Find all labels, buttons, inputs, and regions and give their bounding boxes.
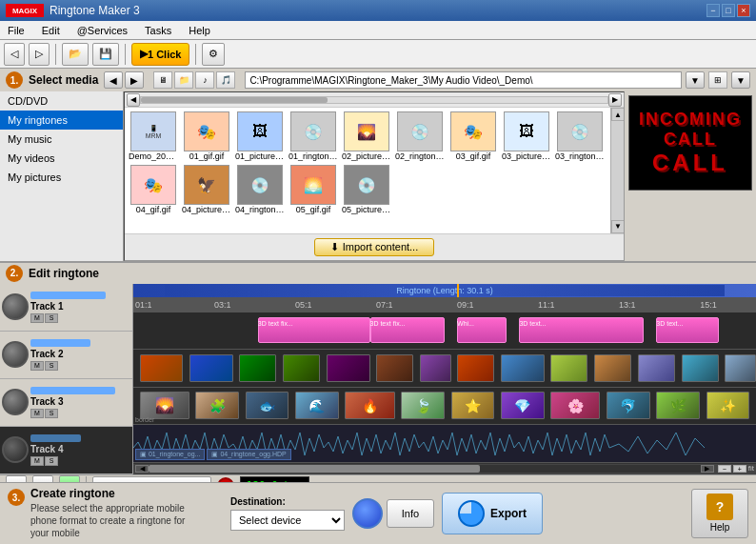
- track3-clip-1[interactable]: 🌄: [140, 392, 189, 419]
- browser-icon-button-1[interactable]: 🖥: [153, 71, 172, 89]
- import-button[interactable]: ⬇ Import content...: [314, 238, 434, 256]
- thumbnail-10[interactable]: 🦅 04_picture.jpg: [182, 165, 231, 214]
- track3-clip-11[interactable]: 🌿: [656, 392, 700, 419]
- destination-select[interactable]: Select device: [230, 510, 345, 531]
- track4-solo-button[interactable]: S: [45, 456, 58, 466]
- thumbnail-3[interactable]: 💿 01_ringtone.ogg: [288, 111, 338, 161]
- toolbar-save-button[interactable]: 💾: [92, 43, 119, 66]
- track1-solo-button[interactable]: S: [45, 313, 58, 323]
- track3-clip-12[interactable]: ✨: [706, 392, 750, 419]
- track1-clip-1[interactable]: [258, 317, 370, 343]
- thumb-scroll-left-button[interactable]: ◀: [127, 93, 140, 107]
- track3-clip-4[interactable]: 🌊: [295, 392, 339, 419]
- view-toggle-button[interactable]: ⊞: [708, 71, 727, 89]
- window-controls[interactable]: − □ ×: [706, 4, 750, 17]
- thumbnail-2[interactable]: 🖼 01_picture.jpg: [235, 111, 285, 161]
- timeline-scroll-right-button[interactable]: ▶: [701, 465, 714, 473]
- menu-services[interactable]: @Services: [73, 23, 131, 38]
- thumbnail-0[interactable]: 📱MRM Demo_2007.MRM: [129, 111, 178, 161]
- track3-clip-2[interactable]: 🧩: [195, 392, 239, 419]
- menu-help[interactable]: Help: [185, 23, 214, 38]
- track1-clip-2[interactable]: [370, 317, 445, 343]
- sidebar-mymusic[interactable]: My music: [0, 130, 123, 149]
- sidebar-myvideos[interactable]: My videos: [0, 149, 123, 168]
- track3-mute-button[interactable]: M: [30, 409, 44, 418]
- track2-clip-3[interactable]: [239, 354, 276, 382]
- track2-clip-2[interactable]: [189, 354, 233, 382]
- thumbnail-11[interactable]: 💿 04_ringtone.ogg: [235, 165, 285, 214]
- track1-clip-3[interactable]: [457, 317, 507, 343]
- sidebar-cddvd[interactable]: CD/DVD: [0, 91, 123, 111]
- info-button[interactable]: Info: [387, 499, 434, 528]
- track2-solo-button[interactable]: S: [45, 361, 58, 371]
- thumbnail-1[interactable]: 🎭 01_gif.gif: [182, 111, 231, 161]
- track2-clip-5[interactable]: [327, 354, 370, 382]
- scroll-up-button[interactable]: ▲: [611, 108, 624, 121]
- track3-clip-7[interactable]: ⭐: [451, 392, 495, 419]
- track3-clip-8[interactable]: 💎: [501, 392, 545, 419]
- path-dropdown-button[interactable]: ▼: [686, 71, 705, 89]
- track2-clip-14[interactable]: [725, 354, 756, 382]
- track3-clip-5[interactable]: 🔥: [345, 392, 394, 419]
- track4-mute-button[interactable]: M: [30, 456, 44, 466]
- zoom-out-button[interactable]: −: [718, 465, 731, 473]
- toolbar-forward-button[interactable]: ▷: [29, 43, 50, 66]
- track1-clip-5[interactable]: [656, 317, 718, 343]
- track2-volume-dial[interactable]: [2, 341, 29, 368]
- track1-mute-button[interactable]: M: [30, 313, 44, 323]
- timeline-scroll-left-button[interactable]: ◀: [135, 465, 149, 473]
- thumbnail-9[interactable]: 🎭 04_gif.gif: [129, 165, 178, 214]
- browser-icon-button-4[interactable]: 🎵: [216, 71, 235, 89]
- help-button[interactable]: ? Help: [691, 489, 748, 538]
- timeline-scroll-track[interactable]: [149, 465, 701, 473]
- thumbnail-4[interactable]: 🌄 02_picture.jpg: [342, 111, 391, 161]
- track3-volume-dial[interactable]: [2, 389, 29, 415]
- track3-clip-3[interactable]: 🐟: [246, 392, 289, 419]
- thumbnail-7[interactable]: 🖼 03_picture.jpg: [502, 111, 551, 161]
- track3-solo-button[interactable]: S: [45, 409, 58, 418]
- toolbar-back-button[interactable]: ◁: [4, 43, 25, 66]
- menu-file[interactable]: File: [4, 23, 29, 38]
- thumbnail-13[interactable]: 💿 05_picture.jpg: [342, 165, 391, 214]
- track2-clip-7[interactable]: [420, 354, 451, 382]
- zoom-in-button[interactable]: +: [733, 465, 746, 473]
- toolbar-open-button[interactable]: 📂: [62, 43, 89, 66]
- track2-clip-10[interactable]: [550, 354, 587, 382]
- track4-volume-dial[interactable]: [2, 436, 29, 463]
- toolbar-settings-button[interactable]: ⚙: [202, 43, 225, 66]
- track2-clip-4[interactable]: [283, 354, 320, 382]
- track3-clip-6[interactable]: 🍃: [401, 392, 445, 419]
- nav-forward-button[interactable]: ▶: [125, 71, 144, 89]
- track2-clip-8[interactable]: [457, 354, 494, 382]
- thumb-scroll-right-button[interactable]: ▶: [608, 93, 622, 107]
- minimize-button[interactable]: −: [706, 4, 720, 17]
- path-options-button[interactable]: ▼: [731, 71, 750, 89]
- sidebar-mypictures[interactable]: My pictures: [0, 168, 123, 187]
- path-input[interactable]: [245, 71, 682, 89]
- browser-icon-button-3[interactable]: ♪: [195, 71, 214, 89]
- track1-clip-4[interactable]: [519, 317, 644, 343]
- track2-clip-1[interactable]: [140, 354, 184, 382]
- track3-clip-10[interactable]: 🐬: [607, 392, 650, 419]
- track2-mute-button[interactable]: M: [30, 361, 44, 371]
- menu-tasks[interactable]: Tasks: [141, 23, 175, 38]
- track3-clip-9[interactable]: 🌸: [550, 392, 600, 419]
- close-button[interactable]: ×: [737, 4, 750, 17]
- nav-back-button[interactable]: ◀: [104, 71, 123, 89]
- scroll-down-button[interactable]: ▼: [611, 220, 624, 233]
- track2-clip-11[interactable]: [594, 354, 631, 382]
- thumbnail-5[interactable]: 💿 02_ringtone.ogg: [395, 111, 445, 161]
- thumbnail-8[interactable]: 💿 03_ringtone.ogg: [555, 111, 605, 161]
- track2-clip-9[interactable]: [501, 354, 545, 382]
- sidebar-myringtones[interactable]: My ringtones: [0, 111, 123, 130]
- browser-icon-button-2[interactable]: 📁: [174, 71, 193, 89]
- track2-clip-6[interactable]: [376, 354, 413, 382]
- maximize-button[interactable]: □: [722, 4, 735, 17]
- track2-clip-12[interactable]: [638, 354, 675, 382]
- thumbnail-12[interactable]: 🌅 05_gif.gif: [288, 165, 338, 214]
- track1-volume-dial[interactable]: [2, 293, 29, 320]
- menu-edit[interactable]: Edit: [38, 23, 64, 38]
- thumbnail-6[interactable]: 🎭 03_gif.gif: [448, 111, 498, 161]
- export-button[interactable]: Export: [442, 493, 543, 534]
- timeline-scroll-thumb[interactable]: [149, 465, 480, 473]
